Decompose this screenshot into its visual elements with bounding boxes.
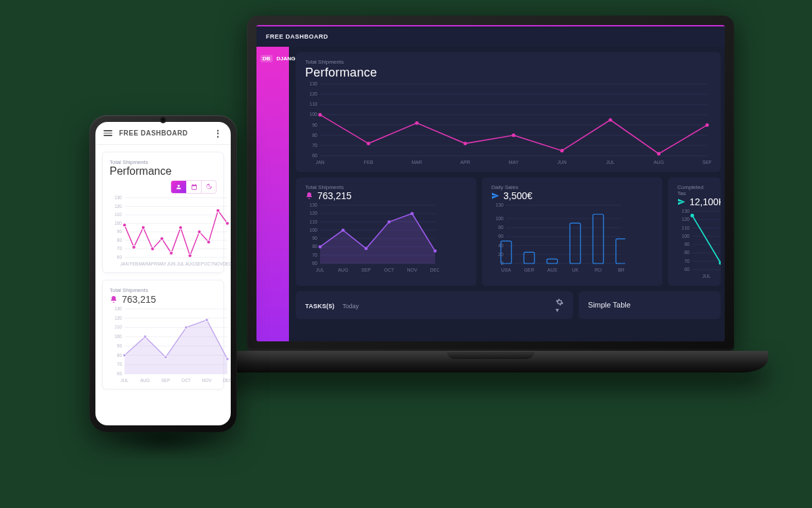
svg-text:SEP: SEP — [161, 378, 170, 383]
svg-text:JUN: JUN — [167, 261, 176, 266]
svg-text:JAN: JAN — [120, 261, 129, 266]
shipments-card-sub: Total Shipments — [305, 184, 467, 190]
tasks-card: TASKS(5) Today ▾ — [296, 291, 573, 319]
svg-point-145 — [217, 209, 220, 212]
daily-sales-sub: Daily Sales — [491, 184, 653, 190]
svg-point-138 — [151, 247, 154, 251]
svg-point-26 — [367, 142, 370, 145]
gear-icon[interactable]: ▾ — [556, 298, 564, 314]
svg-text:USA: USA — [501, 268, 512, 272]
daily-sales-value: 3,500€ — [503, 190, 533, 201]
sidebar-brand[interactable]: DB DJANGO BLACK — [256, 51, 289, 66]
svg-text:OCT: OCT — [384, 268, 395, 272]
phone-app-title: FREE DASHBOARD — [119, 129, 187, 137]
shipments-value: 763,215 — [317, 190, 352, 201]
svg-text:100: 100 — [495, 216, 503, 221]
completed-tasks-sub: Completed Tas — [677, 184, 711, 196]
svg-text:60: 60 — [312, 153, 317, 158]
stats-row: Total Shipments 763,215 6070809010011012… — [296, 177, 721, 286]
segmented-control[interactable] — [171, 180, 217, 194]
svg-point-141 — [179, 226, 182, 229]
svg-text:80: 80 — [684, 250, 690, 255]
svg-rect-83 — [524, 252, 535, 263]
svg-point-56 — [319, 245, 322, 249]
svg-text:90: 90 — [117, 343, 122, 348]
svg-text:AUG: AUG — [654, 160, 664, 165]
svg-text:MAR: MAR — [138, 261, 148, 266]
phone-performance-card: Total Shipments Performance 607080901001… — [102, 152, 224, 273]
burger-icon[interactable] — [104, 130, 112, 136]
svg-text:110: 110 — [114, 212, 122, 217]
svg-point-172 — [185, 326, 188, 329]
svg-text:60: 60 — [684, 267, 690, 272]
svg-point-144 — [207, 240, 210, 244]
svg-text:120: 120 — [114, 316, 122, 320]
svg-text:JAN: JAN — [315, 160, 324, 165]
phone-app-header: FREE DASHBOARD ⋮ — [95, 122, 231, 145]
svg-text:80: 80 — [498, 225, 503, 230]
svg-text:80: 80 — [117, 238, 122, 242]
svg-text:MAY: MAY — [157, 261, 166, 266]
svg-text:RO: RO — [595, 268, 602, 272]
app-title: FREE DASHBOARD — [266, 33, 328, 40]
daily-sales-chart: 020406080100130USAGERAUSUKROBR — [491, 201, 625, 274]
user-icon[interactable] — [171, 181, 186, 193]
svg-point-170 — [143, 335, 147, 339]
svg-text:60: 60 — [117, 255, 122, 259]
svg-text:SEP: SEP — [702, 160, 711, 165]
svg-text:AUS: AUS — [547, 268, 558, 272]
phone-shipments-value: 763,215 — [122, 294, 156, 305]
svg-text:OCT: OCT — [204, 261, 213, 266]
svg-text:110: 110 — [309, 219, 317, 224]
svg-point-28 — [464, 142, 467, 145]
laptop-trackpad-notch — [447, 351, 535, 359]
svg-point-146 — [225, 221, 229, 225]
laptop-mockup: FREE DASHBOARD DB DJANGO BLACK Total Shi… — [213, 16, 768, 405]
svg-point-174 — [226, 358, 229, 361]
main-panel: Total Shipments Performance 607080901001… — [289, 47, 725, 341]
svg-text:90: 90 — [312, 236, 317, 240]
svg-text:80: 80 — [312, 244, 317, 249]
tasks-filter[interactable]: Today — [342, 303, 359, 310]
svg-text:NOV: NOV — [213, 261, 223, 266]
svg-rect-87 — [616, 239, 625, 263]
svg-text:110: 110 — [681, 226, 690, 230]
svg-text:130: 130 — [681, 209, 690, 213]
svg-point-25 — [318, 113, 321, 117]
daily-sales-card: Daily Sales 3,500€ 020406080100130USAGER… — [482, 177, 662, 286]
sidebar[interactable]: DB DJANGO BLACK — [256, 47, 289, 341]
bell-icon — [110, 295, 118, 303]
svg-text:FEB: FEB — [129, 261, 138, 266]
svg-text:70: 70 — [312, 253, 317, 257]
svg-text:APR: APR — [148, 261, 158, 266]
svg-text:130: 130 — [309, 81, 317, 86]
svg-point-173 — [205, 318, 208, 322]
svg-point-30 — [560, 149, 564, 152]
phone-camera — [160, 117, 166, 123]
svg-text:130: 130 — [309, 203, 317, 207]
svg-text:SEP: SEP — [361, 268, 371, 272]
svg-point-27 — [415, 121, 418, 125]
svg-text:JUL: JUL — [702, 274, 711, 278]
laptop-bezel: FREE DASHBOARD DB DJANGO BLACK Total Shi… — [247, 16, 734, 351]
phone-bezel: FREE DASHBOARD ⋮ Total Shipments Perform… — [89, 115, 237, 432]
svg-point-137 — [141, 226, 145, 229]
svg-point-59 — [388, 220, 391, 224]
svg-text:70: 70 — [117, 362, 122, 366]
activity-icon[interactable] — [201, 181, 216, 193]
tasks-label: TASKS(5) — [305, 303, 334, 310]
svg-text:70: 70 — [684, 259, 690, 263]
svg-point-106 — [719, 261, 721, 265]
svg-text:130: 130 — [114, 306, 122, 311]
svg-text:APR: APR — [460, 160, 470, 165]
calendar-icon[interactable] — [186, 181, 201, 193]
performance-card-title: Performance — [305, 66, 711, 80]
svg-text:JUL: JUL — [177, 261, 185, 266]
svg-text:110: 110 — [309, 102, 317, 106]
svg-point-135 — [122, 224, 126, 227]
svg-text:NOV: NOV — [407, 268, 418, 272]
performance-chart: 60708090100110120130JANFEBMARAPRMAYJUNJU… — [305, 80, 711, 167]
svg-point-61 — [434, 249, 437, 253]
svg-text:60: 60 — [312, 261, 317, 266]
svg-text:JUL: JUL — [120, 378, 129, 383]
